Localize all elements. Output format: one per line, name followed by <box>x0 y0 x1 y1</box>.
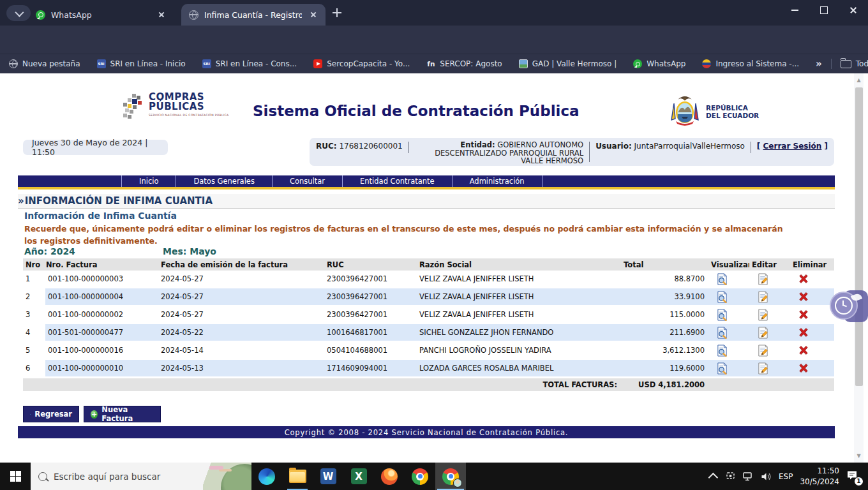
eliminar-icon[interactable] <box>798 327 809 338</box>
chrome-active-app-button[interactable] <box>435 463 466 490</box>
tab-search-button[interactable] <box>6 5 31 21</box>
bookmark-item[interactable]: GAD | Valle Hermoso | <box>519 59 617 68</box>
cell-factura: 001-501-000000477 <box>43 324 158 341</box>
start-button[interactable] <box>0 463 31 490</box>
search-highlight-image[interactable] <box>203 463 251 490</box>
visualizar-icon[interactable] <box>716 309 728 321</box>
tray-expand-icon[interactable] <box>708 473 719 483</box>
editar-icon[interactable] <box>757 273 769 285</box>
tab-whatsapp[interactable]: WhatsApp <box>28 4 174 26</box>
visualizar-icon[interactable] <box>716 327 728 339</box>
editar-icon[interactable] <box>757 362 769 375</box>
editar-icon[interactable] <box>757 291 769 303</box>
minimize-button[interactable] <box>780 0 809 20</box>
maximize-button[interactable] <box>809 0 839 20</box>
logout-link[interactable]: Cerrar Sesión <box>763 142 822 151</box>
editar-icon[interactable] <box>757 345 769 357</box>
plus-icon: + <box>91 410 98 419</box>
network-icon[interactable] <box>743 472 754 481</box>
tab-infima-cuantia[interactable]: Infima Cuantía - Registro <box>181 4 326 26</box>
volume-icon[interactable] <box>761 472 772 481</box>
col-header-total: Total <box>621 260 708 269</box>
firefox-app-button[interactable] <box>374 463 405 490</box>
bookmark-item[interactable]: SRI en Línea - Inicio <box>97 59 186 68</box>
word-icon: W <box>320 468 336 484</box>
cell-ruc: 2300396427001 <box>324 271 417 287</box>
visualizar-icon[interactable] <box>716 291 728 303</box>
cell-factura: 001-100-000000010 <box>43 360 158 376</box>
menu-item[interactable]: Administración <box>453 175 542 187</box>
firefox-icon <box>381 468 398 485</box>
bookmark-item[interactable]: Nueva pestaña <box>9 59 80 68</box>
col-header-editar: Editar <box>749 260 790 269</box>
pixel-logo-icon <box>123 94 146 122</box>
vertical-scrollbar[interactable]: ▲ ▼ <box>854 73 864 463</box>
explorer-app-button[interactable] <box>282 463 313 490</box>
nueva-factura-button[interactable]: + Nueva Factura <box>84 406 161 422</box>
cast-icon[interactable] <box>725 471 736 481</box>
scrollbar-thumb[interactable] <box>855 87 863 386</box>
close-tab-icon[interactable] <box>156 9 167 20</box>
bookmark-item[interactable]: SercopCapacita - Yo... <box>313 59 410 68</box>
screen-recorder-overlay-button[interactable] <box>830 290 868 322</box>
total-label: TOTAL FACTURAS: <box>23 380 621 389</box>
eliminar-icon[interactable] <box>798 291 809 302</box>
back-arrow-icon <box>30 410 31 419</box>
bookmark-favicon-icon <box>202 59 211 68</box>
divider <box>831 59 832 69</box>
close-tab-icon[interactable] <box>308 9 319 20</box>
new-tab-button[interactable] <box>331 6 343 19</box>
taskbar-apps: W X <box>251 463 466 490</box>
globe-icon <box>189 10 198 20</box>
republica-del-ecuador-logo: REPÚBLICA DEL ECUADOR <box>668 94 759 129</box>
cell-visualizar <box>708 306 749 323</box>
cell-factura: 001-100-000000004 <box>43 288 158 305</box>
bookmark-label: Ingreso al Sistema -... <box>715 59 799 68</box>
visualizar-icon[interactable] <box>716 273 728 285</box>
bookmark-item[interactable]: SRI en Línea - Cons... <box>202 59 297 68</box>
visualizar-icon[interactable] <box>716 362 728 375</box>
menu-item[interactable]: Datos Generales <box>176 175 272 187</box>
cell-visualizar <box>708 360 749 376</box>
bookmark-item[interactable]: SERCOP: Agosto <box>426 59 502 68</box>
scroll-up-icon[interactable]: ▲ <box>854 75 864 85</box>
all-bookmarks-button[interactable]: Todos los marcadores <box>841 59 868 68</box>
word-app-button[interactable]: W <box>313 463 343 490</box>
eliminar-icon[interactable] <box>798 273 809 285</box>
menu-item[interactable]: Inicio <box>121 175 176 187</box>
clock-datetime[interactable]: 11:50 30/5/2024 <box>800 466 839 486</box>
excel-app-button[interactable]: X <box>343 463 374 490</box>
col-header-ruc: RUC <box>324 260 417 269</box>
editar-icon[interactable] <box>757 327 769 339</box>
taskbar-search[interactable]: Escribe aquí para buscar <box>31 463 251 490</box>
whatsapp-icon <box>36 10 45 20</box>
edge-app-button[interactable] <box>251 463 282 490</box>
menu-item[interactable]: Consultar <box>273 175 343 187</box>
divider <box>751 142 751 153</box>
table-row: 5 001-100-000000016 2024-05-14 050410468… <box>23 342 834 360</box>
excel-icon: X <box>351 468 367 484</box>
cell-total: 115.0000 <box>621 306 708 323</box>
bookmark-item[interactable]: WhatsApp <box>633 59 685 68</box>
table-total-row: TOTAL FACTURAS: USD 4,181.2000 <box>23 378 834 391</box>
bookmark-label: WhatsApp <box>647 59 685 68</box>
close-window-button[interactable] <box>839 0 868 20</box>
chrome-app-button[interactable] <box>405 463 435 490</box>
eliminar-icon[interactable] <box>798 309 809 320</box>
language-indicator[interactable]: ESP <box>779 472 793 481</box>
cell-factura: 001-100-000000003 <box>43 271 158 287</box>
visualizar-icon[interactable] <box>716 345 728 357</box>
clock-time: 11:50 <box>800 466 839 476</box>
notifications-button[interactable]: 1 <box>846 470 860 483</box>
menu-item[interactable]: Entidad Contratante <box>343 175 453 187</box>
editar-icon[interactable] <box>757 309 769 321</box>
table-row: 6 001-100-000000010 2024-05-13 171460909… <box>23 360 834 378</box>
scroll-down-icon[interactable]: ▼ <box>854 451 864 461</box>
bookmark-label: SercopCapacita - Yo... <box>327 59 410 68</box>
bookmarks-overflow-icon[interactable]: » <box>816 58 822 70</box>
bookmark-item[interactable]: Ingreso al Sistema -... <box>702 59 799 68</box>
eliminar-icon[interactable] <box>798 362 809 374</box>
eliminar-icon[interactable] <box>798 345 809 356</box>
browser-toolbar: ← → compraspublicas.gob.ec/ProcesoContra… <box>0 26 868 54</box>
regresar-button[interactable]: Regresar <box>23 406 79 422</box>
